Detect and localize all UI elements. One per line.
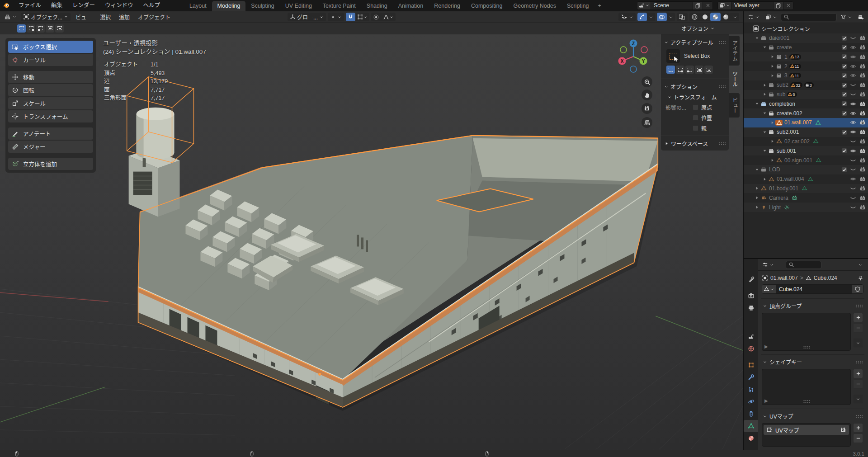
viewport-menu-1[interactable]: ビュー <box>71 13 96 21</box>
camera-render-toggle-icon[interactable] <box>859 148 866 154</box>
outliner-row-00.sign.001[interactable]: 00.sign.001 <box>744 155 868 165</box>
select-mode-button-4[interactable] <box>695 66 703 74</box>
eye-closed-icon[interactable] <box>849 195 857 201</box>
outliner-row-Light[interactable]: Light <box>744 203 868 212</box>
eye-closed-icon[interactable] <box>849 138 857 145</box>
shading-solid-button[interactable] <box>700 13 710 21</box>
viewport-menu-3[interactable]: 追加 <box>115 13 134 21</box>
xray-toggle[interactable] <box>677 13 688 21</box>
camera-render-toggle-icon[interactable] <box>859 35 866 41</box>
eye-open-icon[interactable] <box>849 72 857 79</box>
eye-open-icon[interactable] <box>849 44 857 51</box>
camera-render-toggle-icon[interactable] <box>859 166 866 173</box>
collection-checkbox[interactable] <box>841 54 847 60</box>
tool-options-dropdown[interactable]: オプション <box>681 24 738 32</box>
camera-render-toggle-icon[interactable] <box>859 110 866 117</box>
eye-closed-icon[interactable] <box>849 82 857 88</box>
vertex-groups-list[interactable]: ▶ <box>762 313 851 351</box>
properties-options-button[interactable] <box>856 260 865 269</box>
properties-tab-world[interactable] <box>744 343 758 355</box>
properties-tab-constraints[interactable] <box>744 408 758 420</box>
eye-open-icon[interactable] <box>849 129 857 135</box>
breadcrumb-object[interactable]: 01.wall.007 <box>770 275 798 281</box>
outliner-row-01.wall.007[interactable]: 01.wall.007 <box>744 118 868 127</box>
vertex-group-specials-button[interactable] <box>853 338 863 348</box>
shape-key-specials-button[interactable] <box>853 394 863 404</box>
eye-closed-icon[interactable] <box>849 157 857 164</box>
properties-tab-output[interactable] <box>744 302 758 314</box>
disclosure-closed-icon[interactable] <box>754 195 760 200</box>
sidebar-tab-1[interactable]: アイテム <box>729 36 740 66</box>
show-overlays-toggle[interactable] <box>657 13 667 21</box>
outliner-row-2[interactable]: 211 <box>744 61 868 71</box>
pin-icon[interactable] <box>858 275 863 281</box>
tool-scale-tool[interactable]: スケール <box>8 97 93 109</box>
list-resize-grip[interactable] <box>803 400 810 403</box>
pivot-point-button[interactable] <box>328 13 344 21</box>
view-layer-browse-button[interactable] <box>718 2 731 9</box>
select-mode-button-5[interactable] <box>704 66 713 74</box>
outliner-filter-button[interactable] <box>840 13 853 21</box>
eye-open-icon[interactable] <box>849 148 857 154</box>
menu-1[interactable]: ファイル <box>14 0 46 11</box>
workspace-tab-layout[interactable]: Layout <box>184 1 212 11</box>
snap-settings-button[interactable] <box>355 13 369 21</box>
eye-open-icon[interactable] <box>849 110 857 117</box>
shape-keys-list[interactable]: ▶ <box>762 369 851 405</box>
disclosure-open-icon[interactable] <box>762 111 768 116</box>
properties-tab-object[interactable] <box>744 359 758 371</box>
camera-view-button[interactable] <box>642 103 652 114</box>
workspace-tab-modeling[interactable]: Modeling <box>212 1 246 11</box>
outliner-row-01.body.001[interactable]: 01.body.001 <box>744 184 868 193</box>
options-panel-header[interactable]: オプション <box>661 81 729 92</box>
disclosure-closed-icon[interactable] <box>754 186 760 191</box>
collection-checkbox[interactable] <box>841 110 847 116</box>
disclosure-closed-icon[interactable] <box>769 139 775 144</box>
menu-3[interactable]: レンダー <box>67 0 100 11</box>
pan-button[interactable] <box>642 90 652 100</box>
disclosure-closed-icon[interactable] <box>762 177 768 182</box>
eye-closed-icon[interactable] <box>849 91 857 98</box>
collection-checkbox[interactable] <box>841 63 847 69</box>
disclosure-closed-icon[interactable] <box>769 73 775 78</box>
add-uv-map-button[interactable] <box>853 423 863 433</box>
transform-orientation-button[interactable]: グロー... <box>288 13 326 21</box>
outliner-row-01.wall.004[interactable]: 01.wall.004 <box>744 174 868 184</box>
list-resize-grip[interactable] <box>803 345 810 349</box>
eye-open-icon[interactable] <box>849 176 857 182</box>
properties-editor-type-button[interactable] <box>761 260 775 269</box>
camera-render-toggle-icon[interactable] <box>859 54 866 60</box>
camera-render-toggle-icon[interactable] <box>859 138 866 145</box>
tool-cursor-tool[interactable]: カーソル <box>8 54 93 66</box>
disclosure-closed-icon[interactable] <box>769 158 775 163</box>
eye-open-icon[interactable] <box>849 119 857 126</box>
select-mode-button-4[interactable] <box>46 24 54 33</box>
disclosure-open-icon[interactable] <box>754 167 760 172</box>
eye-closed-icon[interactable] <box>849 166 857 173</box>
uv-maps-header[interactable]: UVマップ <box>761 411 864 421</box>
outliner-editor-type-button[interactable] <box>747 13 760 21</box>
tool-rotate-tool[interactable]: 回転 <box>8 84 93 96</box>
outliner-row-シーンコレクション[interactable]: シーンコレクション <box>744 24 868 33</box>
remove-shape-key-button[interactable] <box>853 379 863 389</box>
select-mode-button-1[interactable] <box>17 24 26 33</box>
camera-render-toggle-icon[interactable] <box>859 176 866 182</box>
proportional-edit-toggle[interactable] <box>371 13 381 21</box>
checkbox-親[interactable] <box>693 125 698 131</box>
tool-move-tool[interactable]: 移動 <box>8 71 93 83</box>
select-mode-button-5[interactable] <box>55 24 64 33</box>
checkbox-位置[interactable] <box>693 115 698 121</box>
panel-grip[interactable] <box>856 360 863 363</box>
outliner-row-1[interactable]: 113 <box>744 52 868 61</box>
collection-checkbox[interactable] <box>841 35 847 41</box>
disclosure-closed-icon[interactable] <box>762 92 768 97</box>
collection-checkbox[interactable] <box>841 101 847 107</box>
tool-box-select-tool[interactable]: ボックス選択 <box>8 41 93 53</box>
properties-tab-tool[interactable] <box>744 273 758 286</box>
uv-map-list-item[interactable]: UVマップ <box>764 425 849 435</box>
properties-tab-material[interactable] <box>744 432 758 444</box>
snap-toggle-button[interactable] <box>346 13 355 21</box>
camera-render-toggle-icon[interactable] <box>859 129 866 135</box>
collection-checkbox[interactable] <box>841 44 847 50</box>
outliner-search-input[interactable] <box>781 13 837 21</box>
